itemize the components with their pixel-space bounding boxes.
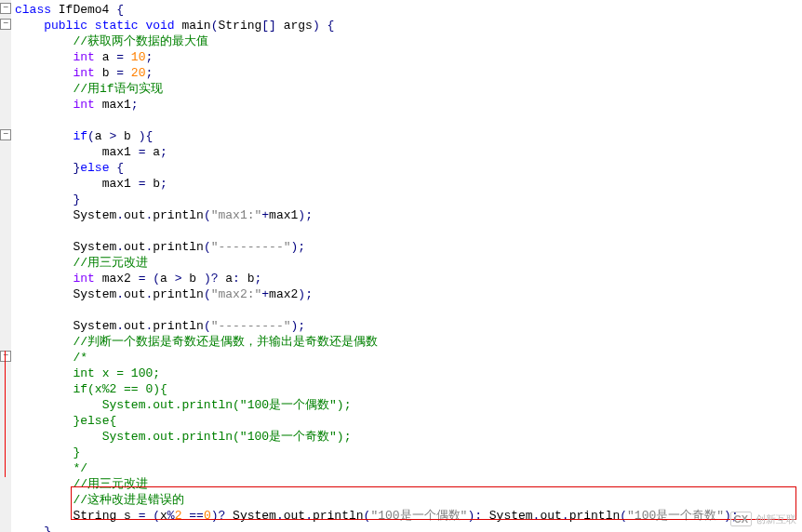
code-line[interactable]: //用三元改进 bbox=[15, 476, 802, 492]
code-line[interactable]: /* bbox=[15, 350, 802, 366]
code-line[interactable]: System.out.println("max2:"+max2); bbox=[15, 286, 802, 302]
code-line[interactable]: }else { bbox=[15, 160, 802, 176]
code-line[interactable]: } bbox=[15, 524, 802, 532]
code-line[interactable]: class IfDemo4 { bbox=[15, 2, 802, 18]
code-line[interactable]: System.out.println("100是一个偶数"); bbox=[15, 397, 802, 413]
code-line[interactable]: //判断一个数据是奇数还是偶数，并输出是奇数还是偶数 bbox=[15, 334, 802, 350]
fold-toggle[interactable]: − bbox=[0, 3, 11, 14]
fold-toggle[interactable]: − bbox=[0, 351, 11, 362]
code-line[interactable]: int x = 100; bbox=[15, 366, 802, 381]
code-line[interactable]: //用if语句实现 bbox=[15, 81, 802, 97]
code-line[interactable]: max1 = b; bbox=[15, 176, 802, 192]
code-line[interactable]: String s = (x%2 ==0)? System.out.println… bbox=[15, 508, 802, 524]
code-line[interactable]: */ bbox=[15, 460, 802, 476]
code-line[interactable]: //获取两个数据的最大值 bbox=[15, 33, 802, 49]
code-line[interactable]: int max2 = (a > b )? a: b; bbox=[15, 271, 802, 286]
code-line[interactable]: System.out.println("---------"); bbox=[15, 239, 802, 255]
block-guide bbox=[5, 351, 6, 477]
fold-toggle[interactable]: − bbox=[0, 19, 11, 30]
code-line[interactable]: if(x%2 == 0){ bbox=[15, 381, 802, 397]
code-line[interactable] bbox=[15, 113, 802, 128]
code-line[interactable]: //用三元改进 bbox=[15, 255, 802, 271]
code-line[interactable] bbox=[15, 302, 802, 318]
code-line[interactable]: if(a > b ){ bbox=[15, 128, 802, 144]
code-editor[interactable]: −−−− class IfDemo4 { public static void … bbox=[0, 0, 802, 532]
code-line[interactable]: }else{ bbox=[15, 413, 802, 429]
code-line[interactable] bbox=[15, 223, 802, 239]
code-line[interactable]: int b = 20; bbox=[15, 65, 802, 81]
code-line[interactable]: } bbox=[15, 192, 802, 207]
code-line[interactable]: //这种改进是错误的 bbox=[15, 492, 802, 508]
code-line[interactable]: System.out.println("max1:"+max1); bbox=[15, 207, 802, 223]
code-line[interactable]: } bbox=[15, 445, 802, 460]
fold-toggle[interactable]: − bbox=[0, 129, 11, 140]
code-line[interactable]: max1 = a; bbox=[15, 144, 802, 160]
code-line[interactable]: System.out.println("100是一个奇数"); bbox=[15, 429, 802, 445]
code-area[interactable]: class IfDemo4 { public static void main(… bbox=[11, 0, 802, 532]
code-line[interactable]: System.out.println("---------"); bbox=[15, 318, 802, 334]
code-line[interactable]: int a = 10; bbox=[15, 49, 802, 65]
fold-gutter: −−−− bbox=[0, 0, 11, 532]
code-line[interactable]: int max1; bbox=[15, 97, 802, 113]
code-line[interactable]: public static void main(String[] args) { bbox=[15, 18, 802, 33]
